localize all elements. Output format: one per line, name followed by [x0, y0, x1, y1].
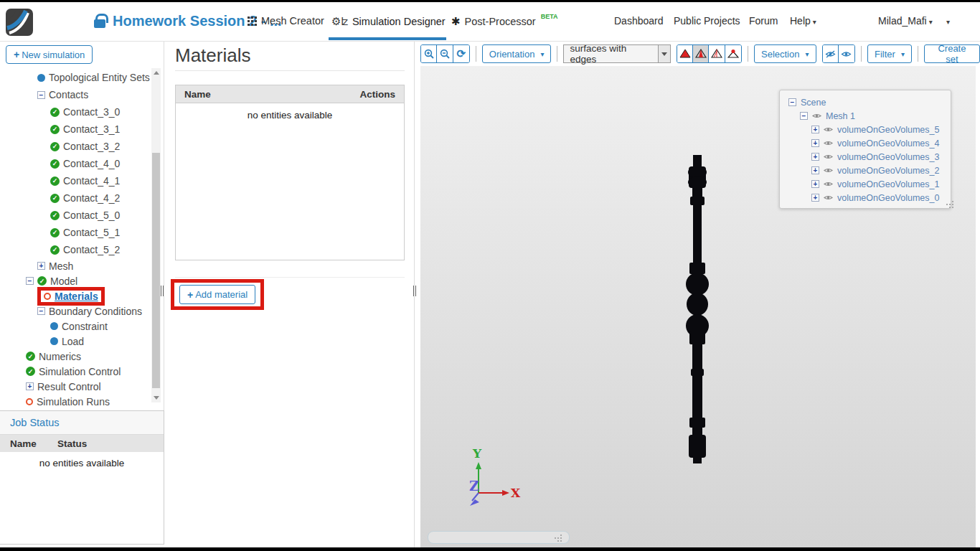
tutorial-highlight-box: Materials: [37, 287, 105, 306]
solid-style-button[interactable]: [677, 45, 693, 62]
create-set-button[interactable]: Create set: [924, 44, 980, 63]
selection-dropdown[interactable]: Selection ▾: [754, 44, 816, 63]
panel-resize-handle[interactable]: [413, 286, 418, 296]
tree-item-contact-4-2[interactable]: ✓Contact_4_2: [0, 189, 151, 207]
orientation-dropdown[interactable]: Orientation ▾: [482, 44, 552, 63]
plus-box-icon[interactable]: +: [811, 166, 819, 174]
resize-grip-icon[interactable]: [555, 537, 556, 539]
scene-item-label: Mesh 1: [826, 111, 855, 121]
tree-item-boundary-conditions[interactable]: −Boundary Conditions: [0, 303, 151, 319]
nav-dashboard[interactable]: Dashboard: [614, 15, 664, 27]
plus-box-icon[interactable]: +: [26, 382, 34, 390]
plus-box-icon[interactable]: +: [811, 180, 819, 188]
add-material-button[interactable]: + Add material: [179, 285, 255, 304]
scene-item-volumeongeovolumes_2[interactable]: +volumeOnGeoVolumes_2: [780, 164, 951, 177]
nav-public-projects[interactable]: Public Projects: [674, 15, 740, 27]
scroll-down-icon[interactable]: [151, 393, 161, 402]
tree-item-contacts[interactable]: −Contacts: [0, 86, 151, 103]
tree-item-label: Topological Entity Sets: [49, 72, 150, 83]
scene-item-volumeongeovolumes_3[interactable]: +volumeOnGeoVolumes_3: [780, 150, 951, 164]
eye-icon[interactable]: [824, 140, 833, 146]
tree-item-contact-5-0[interactable]: ✓Contact_5_0: [0, 207, 151, 224]
tree-item-topological-entity-sets[interactable]: Topological Entity Sets: [0, 69, 151, 86]
scrollbar-thumb[interactable]: [152, 153, 160, 388]
tree-item-contact-5-1[interactable]: ✓Contact_5_1: [0, 224, 151, 241]
tree-item-label: Contacts: [49, 89, 88, 100]
minus-box-icon[interactable]: −: [788, 98, 796, 106]
scene-item-volumeongeovolumes_1[interactable]: +volumeOnGeoVolumes_1: [780, 177, 951, 191]
show-all-button[interactable]: [839, 45, 854, 62]
reset-view-button[interactable]: ⟳: [453, 45, 469, 62]
scene-item-mesh-1[interactable]: −Mesh 1: [780, 109, 951, 123]
eye-icon[interactable]: [812, 113, 821, 119]
username: Milad_Mafi: [878, 15, 927, 27]
render-mode-select[interactable]: surfaces with edges: [563, 44, 671, 63]
divider: [175, 70, 405, 71]
tab-simulation-designer[interactable]: ⚙ʫ Simulation Designer: [331, 15, 446, 28]
zoom-out-button[interactable]: [437, 45, 453, 62]
chevron-down-icon: ▾: [805, 50, 809, 58]
scene-item-volumeongeovolumes_4[interactable]: +volumeOnGeoVolumes_4: [780, 136, 951, 150]
tree-item-contact-5-2[interactable]: ✓Contact_5_2: [0, 241, 151, 258]
plus-box-icon[interactable]: +: [811, 139, 819, 147]
new-simulation-button[interactable]: + New simulation: [6, 45, 93, 64]
tree-item-numerics[interactable]: ✓Numerics: [0, 349, 151, 364]
scene-item-volumeongeovolumes_5[interactable]: +volumeOnGeoVolumes_5: [780, 123, 951, 136]
tree-item-label: Mesh: [49, 260, 73, 272]
tree-item-contact-3-0[interactable]: ✓Contact_3_0: [0, 103, 151, 121]
tab-mesh-creator[interactable]: Mesh Creator: [248, 15, 324, 27]
zoom-in-button[interactable]: [421, 45, 437, 62]
new-simulation-label: New simulation: [22, 50, 85, 60]
surfaces-edges-style-button[interactable]: [693, 45, 709, 62]
eye-icon[interactable]: [824, 167, 833, 174]
scene-item-scene[interactable]: −Scene: [780, 95, 951, 109]
scene-item-label: Scene: [801, 98, 826, 108]
eye-icon[interactable]: [824, 126, 833, 133]
scene-item-volumeongeovolumes_0[interactable]: +volumeOnGeoVolumes_0: [780, 191, 951, 204]
tree-item-load[interactable]: Load: [0, 334, 151, 349]
tree-item-mesh[interactable]: +Mesh: [0, 258, 151, 273]
window-bottom-edge: [0, 547, 980, 551]
tree-item-contact-3-1[interactable]: ✓Contact_3_1: [0, 121, 151, 138]
points-style-button[interactable]: [725, 45, 741, 62]
tree-item-constraint[interactable]: Constraint: [0, 319, 151, 334]
wireframe-style-button[interactable]: [709, 45, 725, 62]
filter-dropdown[interactable]: Filter ▾: [867, 44, 912, 63]
divider: [861, 46, 862, 62]
minus-box-icon[interactable]: −: [37, 307, 45, 315]
nav-help[interactable]: Help▾: [790, 15, 816, 27]
eye-icon[interactable]: [824, 181, 833, 187]
scroll-up-icon[interactable]: [151, 68, 161, 77]
tree-item-contact-4-1[interactable]: ✓Contact_4_1: [0, 172, 151, 189]
minus-box-icon[interactable]: −: [800, 112, 808, 120]
zoom-out-icon: [440, 49, 450, 59]
mesh-shaft-model[interactable]: [672, 151, 722, 466]
plus-box-icon[interactable]: +: [37, 262, 45, 270]
chevron-down-icon: ▾: [946, 18, 950, 26]
eye-icon[interactable]: [824, 154, 833, 160]
minus-box-icon[interactable]: −: [37, 91, 45, 99]
plus-box-icon[interactable]: +: [811, 126, 819, 133]
minus-box-icon[interactable]: −: [26, 277, 34, 285]
user-menu[interactable]: Milad_Mafi▾: [878, 15, 933, 27]
divider: [918, 46, 918, 62]
nav-forum[interactable]: Forum: [749, 15, 778, 27]
eye-icon[interactable]: [824, 194, 833, 201]
sidebar-scrollbar[interactable]: [151, 68, 161, 402]
hide-selected-button[interactable]: [823, 45, 839, 62]
tab-post-processor[interactable]: ✱ Post-Processor BETA: [451, 15, 558, 28]
viewport-bottom-bar[interactable]: [428, 531, 570, 544]
resize-grip-icon[interactable]: [946, 204, 948, 205]
extra-menu[interactable]: ▾: [944, 15, 950, 27]
tree-item-simulation-runs[interactable]: Simulation Runs: [0, 394, 151, 409]
col-name: Name: [0, 438, 57, 449]
tree-item-materials[interactable]: Materials: [0, 288, 151, 303]
tree-item-result-control[interactable]: +Result Control: [0, 379, 151, 394]
tree-item-simulation-control[interactable]: ✓Simulation Control: [0, 364, 151, 379]
viewport-3d[interactable]: −Scene−Mesh 1+volumeOnGeoVolumes_5+volum…: [420, 66, 976, 547]
simscale-logo-icon[interactable]: [6, 9, 33, 36]
tree-item-contact-4-0[interactable]: ✓Contact_4_0: [0, 155, 151, 172]
tree-item-contact-3-2[interactable]: ✓Contact_3_2: [0, 138, 151, 155]
plus-box-icon[interactable]: +: [811, 153, 819, 161]
plus-box-icon[interactable]: +: [811, 194, 819, 202]
